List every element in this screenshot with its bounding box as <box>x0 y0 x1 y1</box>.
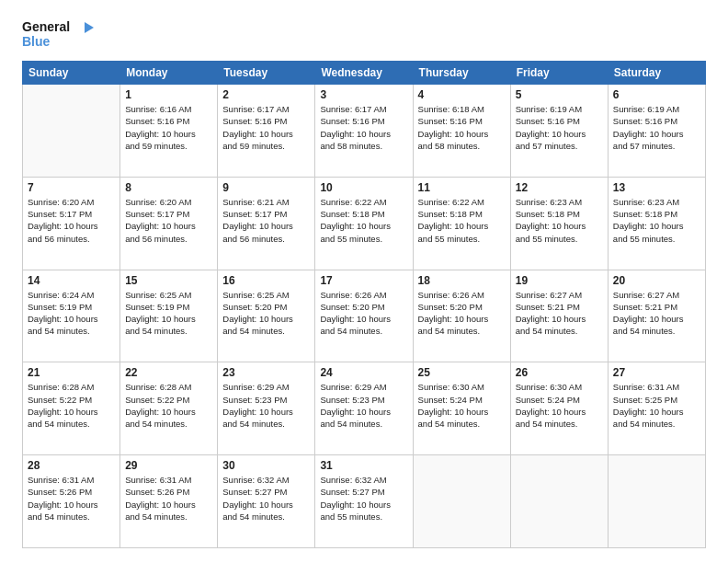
calendar-cell <box>510 455 608 548</box>
calendar-cell: 2Sunrise: 6:17 AM Sunset: 5:16 PM Daylig… <box>218 85 315 178</box>
calendar-cell: 21Sunrise: 6:28 AM Sunset: 5:22 PM Dayli… <box>23 362 120 455</box>
calendar-cell: 7Sunrise: 6:20 AM Sunset: 5:17 PM Daylig… <box>23 177 120 270</box>
calendar-cell: 19Sunrise: 6:27 AM Sunset: 5:21 PM Dayli… <box>510 270 608 362</box>
day-number: 7 <box>28 181 115 194</box>
calendar-cell: 10Sunrise: 6:22 AM Sunset: 5:18 PM Dayli… <box>315 177 413 270</box>
calendar-table: SundayMondayTuesdayWednesdayThursdayFrid… <box>22 61 706 548</box>
day-info: Sunrise: 6:19 AM Sunset: 5:16 PM Dayligh… <box>516 103 603 152</box>
day-info: Sunrise: 6:21 AM Sunset: 5:17 PM Dayligh… <box>222 196 310 245</box>
day-info: Sunrise: 6:28 AM Sunset: 5:22 PM Dayligh… <box>28 381 115 430</box>
week-row-1: 1Sunrise: 6:16 AM Sunset: 5:16 PM Daylig… <box>23 85 706 178</box>
day-number: 11 <box>418 181 506 194</box>
page: GeneralBlue SundayMondayTuesdayWednesday… <box>0 0 728 563</box>
calendar-cell: 28Sunrise: 6:31 AM Sunset: 5:26 PM Dayli… <box>23 455 120 548</box>
day-info: Sunrise: 6:29 AM Sunset: 5:23 PM Dayligh… <box>320 381 407 430</box>
calendar-cell <box>23 85 120 178</box>
day-number: 14 <box>28 274 115 287</box>
day-number: 3 <box>320 88 407 101</box>
week-row-5: 28Sunrise: 6:31 AM Sunset: 5:26 PM Dayli… <box>23 455 706 548</box>
day-info: Sunrise: 6:16 AM Sunset: 5:16 PM Dayligh… <box>125 103 212 152</box>
col-header-monday: Monday <box>120 62 218 85</box>
header: GeneralBlue <box>22 18 706 52</box>
day-info: Sunrise: 6:31 AM Sunset: 5:26 PM Dayligh… <box>28 474 115 523</box>
calendar-cell: 27Sunrise: 6:31 AM Sunset: 5:25 PM Dayli… <box>608 362 705 455</box>
calendar-cell: 3Sunrise: 6:17 AM Sunset: 5:16 PM Daylig… <box>315 85 413 178</box>
day-info: Sunrise: 6:27 AM Sunset: 5:21 PM Dayligh… <box>516 289 603 338</box>
calendar-cell: 31Sunrise: 6:32 AM Sunset: 5:27 PM Dayli… <box>315 455 413 548</box>
col-header-friday: Friday <box>510 62 608 85</box>
day-info: Sunrise: 6:20 AM Sunset: 5:17 PM Dayligh… <box>125 196 212 245</box>
calendar-cell: 18Sunrise: 6:26 AM Sunset: 5:20 PM Dayli… <box>413 270 510 362</box>
day-info: Sunrise: 6:25 AM Sunset: 5:20 PM Dayligh… <box>222 289 310 338</box>
calendar-cell <box>608 455 705 548</box>
day-info: Sunrise: 6:28 AM Sunset: 5:22 PM Dayligh… <box>125 381 212 430</box>
day-info: Sunrise: 6:20 AM Sunset: 5:17 PM Dayligh… <box>28 196 115 245</box>
calendar-cell: 8Sunrise: 6:20 AM Sunset: 5:17 PM Daylig… <box>120 177 218 270</box>
calendar-cell: 14Sunrise: 6:24 AM Sunset: 5:19 PM Dayli… <box>23 270 120 362</box>
day-number: 4 <box>418 88 506 101</box>
day-info: Sunrise: 6:30 AM Sunset: 5:24 PM Dayligh… <box>418 381 506 430</box>
day-info: Sunrise: 6:30 AM Sunset: 5:24 PM Dayligh… <box>516 381 603 430</box>
day-info: Sunrise: 6:23 AM Sunset: 5:18 PM Dayligh… <box>516 196 603 245</box>
day-info: Sunrise: 6:26 AM Sunset: 5:20 PM Dayligh… <box>320 289 407 338</box>
day-number: 26 <box>516 366 603 379</box>
calendar-cell: 4Sunrise: 6:18 AM Sunset: 5:16 PM Daylig… <box>413 85 510 178</box>
day-number: 5 <box>516 88 603 101</box>
col-header-wednesday: Wednesday <box>315 62 413 85</box>
day-number: 29 <box>125 459 212 472</box>
calendar-cell: 16Sunrise: 6:25 AM Sunset: 5:20 PM Dayli… <box>218 270 315 362</box>
week-row-3: 14Sunrise: 6:24 AM Sunset: 5:19 PM Dayli… <box>23 270 706 362</box>
week-row-4: 21Sunrise: 6:28 AM Sunset: 5:22 PM Dayli… <box>23 362 706 455</box>
col-header-saturday: Saturday <box>608 62 705 85</box>
day-info: Sunrise: 6:22 AM Sunset: 5:18 PM Dayligh… <box>418 196 506 245</box>
svg-text:Blue: Blue <box>22 34 51 49</box>
week-row-2: 7Sunrise: 6:20 AM Sunset: 5:17 PM Daylig… <box>23 177 706 270</box>
day-number: 8 <box>125 181 212 194</box>
col-header-thursday: Thursday <box>413 62 510 85</box>
calendar-cell: 12Sunrise: 6:23 AM Sunset: 5:18 PM Dayli… <box>510 177 608 270</box>
logo-svg: GeneralBlue <box>22 18 96 52</box>
day-info: Sunrise: 6:17 AM Sunset: 5:16 PM Dayligh… <box>222 103 310 152</box>
col-header-tuesday: Tuesday <box>218 62 315 85</box>
day-info: Sunrise: 6:29 AM Sunset: 5:23 PM Dayligh… <box>222 381 310 430</box>
day-info: Sunrise: 6:17 AM Sunset: 5:16 PM Dayligh… <box>320 103 407 152</box>
day-info: Sunrise: 6:23 AM Sunset: 5:18 PM Dayligh… <box>613 196 700 245</box>
day-number: 24 <box>320 366 407 379</box>
day-info: Sunrise: 6:18 AM Sunset: 5:16 PM Dayligh… <box>418 103 506 152</box>
day-info: Sunrise: 6:32 AM Sunset: 5:27 PM Dayligh… <box>320 474 407 523</box>
day-number: 25 <box>418 366 506 379</box>
day-number: 22 <box>125 366 212 379</box>
calendar-cell: 17Sunrise: 6:26 AM Sunset: 5:20 PM Dayli… <box>315 270 413 362</box>
day-info: Sunrise: 6:31 AM Sunset: 5:25 PM Dayligh… <box>613 381 700 430</box>
calendar-cell: 26Sunrise: 6:30 AM Sunset: 5:24 PM Dayli… <box>510 362 608 455</box>
calendar-cell: 23Sunrise: 6:29 AM Sunset: 5:23 PM Dayli… <box>218 362 315 455</box>
day-number: 10 <box>320 181 407 194</box>
day-number: 18 <box>418 274 506 287</box>
calendar-cell: 20Sunrise: 6:27 AM Sunset: 5:21 PM Dayli… <box>608 270 705 362</box>
day-info: Sunrise: 6:24 AM Sunset: 5:19 PM Dayligh… <box>28 289 115 338</box>
day-number: 12 <box>516 181 603 194</box>
svg-marker-2 <box>85 22 94 33</box>
calendar-cell: 11Sunrise: 6:22 AM Sunset: 5:18 PM Dayli… <box>413 177 510 270</box>
day-number: 21 <box>28 366 115 379</box>
day-info: Sunrise: 6:22 AM Sunset: 5:18 PM Dayligh… <box>320 196 407 245</box>
day-number: 1 <box>125 88 212 101</box>
day-info: Sunrise: 6:19 AM Sunset: 5:16 PM Dayligh… <box>613 103 700 152</box>
day-number: 23 <box>222 366 310 379</box>
day-number: 17 <box>320 274 407 287</box>
logo: GeneralBlue <box>22 18 96 52</box>
calendar-cell: 6Sunrise: 6:19 AM Sunset: 5:16 PM Daylig… <box>608 85 705 178</box>
day-number: 9 <box>222 181 310 194</box>
day-number: 31 <box>320 459 407 472</box>
day-number: 13 <box>613 181 700 194</box>
day-number: 19 <box>516 274 603 287</box>
day-number: 28 <box>28 459 115 472</box>
day-number: 27 <box>613 366 700 379</box>
svg-text:General: General <box>22 19 70 34</box>
day-number: 20 <box>613 274 700 287</box>
calendar-cell: 13Sunrise: 6:23 AM Sunset: 5:18 PM Dayli… <box>608 177 705 270</box>
day-info: Sunrise: 6:31 AM Sunset: 5:26 PM Dayligh… <box>125 474 212 523</box>
calendar-cell: 24Sunrise: 6:29 AM Sunset: 5:23 PM Dayli… <box>315 362 413 455</box>
calendar-cell <box>413 455 510 548</box>
day-info: Sunrise: 6:27 AM Sunset: 5:21 PM Dayligh… <box>613 289 700 338</box>
